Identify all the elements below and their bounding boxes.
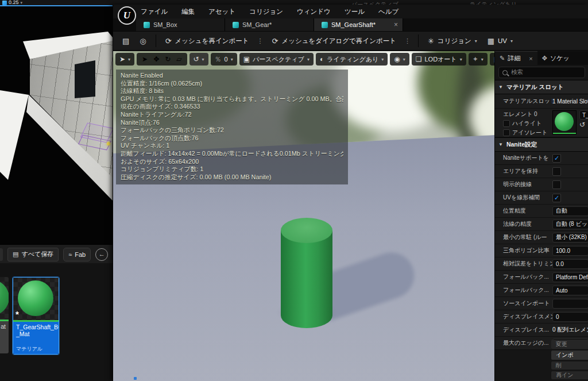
dropdown[interactable]: 自動 (8 ビット) [552,220,588,229]
menu-window[interactable]: ウィンドウ [297,7,331,16]
checkbox-checked[interactable]: ✓ [552,154,561,163]
camera-icon: ▣ [243,56,250,63]
rotate-tool-icon[interactable]: ↻ [165,55,171,63]
checkbox [503,120,510,127]
effects-icon: ✦ [473,56,478,63]
highlight-checkbox[interactable]: ハイライト [503,120,552,128]
apply-changes-button[interactable]: 変更 [551,340,588,349]
reimport-dialog-options-icon[interactable]: ⋮ [403,37,412,45]
select-tool-icon[interactable]: ➤ [142,55,148,63]
dropdown[interactable]: 最小 (32KB) [552,233,588,243]
dropdown[interactable]: Auto [552,286,588,295]
section-material-slots[interactable]: ▼ マテリアル スロット [495,80,588,94]
use-selected-asset-icon[interactable]: ↺ [579,121,588,128]
material-sphere-preview [18,280,53,316]
lod-button[interactable]: ❏ LODオート ▾ [412,53,466,66]
collision-menu-button[interactable]: ✳ コリジョン ▾ [424,34,481,48]
tab-details[interactable]: ✎ 詳細 × [495,51,537,65]
unsaved-marker: * [16,309,19,319]
save-icon: ▤ [122,37,129,45]
transform-menu-button[interactable]: ➤ ▾ [115,53,134,66]
section-nanite-settings[interactable]: ▼ Nanite設定 [495,137,588,152]
socket-icon: ✥ [542,55,547,62]
move-tool-icon[interactable]: ✥ [153,55,159,63]
import-button[interactable]: インポ [551,351,588,360]
dropdown[interactable]: Platform Defau [552,272,588,282]
gear-shaft-cylinder[interactable] [281,230,332,328]
menu-collision[interactable]: コリジョン [249,7,283,16]
close-icon[interactable]: × [529,55,532,62]
chevron-down-icon: ▾ [403,57,405,62]
back-button[interactable]: ← [95,248,108,261]
number-field[interactable]: 0.0 [552,259,588,269]
chevron-down-icon: ▾ [381,57,384,62]
row-material-element: エレメント 0 ハイライト アイソレート [495,109,588,137]
reimport-button[interactable]: 再イン [551,371,588,379]
fab-logo-icon: ≈ [68,251,72,258]
snap-size-control[interactable]: 0.25 ▾ [2,0,22,5]
menu-file[interactable]: ファイル [141,7,168,16]
static-mesh-icon [322,22,328,28]
asset-tile-selected[interactable]: * T_GearShaft_BC _Mat マテリアル [13,277,59,355]
screen: 0.25 ▾ パースペクティブ ライティングあり ▤ すべて保存 ≈ Fab ← [0,0,588,381]
checkbox[interactable] [552,180,561,189]
asset-thumbnail: * [13,278,59,320]
show-flags-button[interactable]: ◉ ▾ [390,53,409,66]
browse-to-asset-button[interactable]: ◎ [136,34,149,48]
separator [156,34,156,47]
level-viewport[interactable] [0,6,113,244]
delete-button[interactable]: 削 [551,361,588,370]
save-button[interactable]: ▤ [119,34,133,48]
tab-sm-box[interactable]: SM_Box [136,18,225,31]
close-icon[interactable]: × [394,21,398,28]
mesh-viewport[interactable]: ➤ ▾ ➤ ✥ ↻ ▱ ↺ ▾ ％ 0 [113,51,494,381]
fab-button[interactable]: ≈ Fab [63,248,91,261]
save-icon: ▤ [13,251,18,258]
tab-sm-gear[interactable]: SM_Gear* [225,18,314,31]
chevron-down-icon: ▾ [510,39,513,44]
number-field[interactable]: 0 [552,312,588,322]
tab-sm-gearshaft[interactable]: SM_GearShaft* × [314,18,403,31]
row-lerp-uvs: UVを線形補間 ✓ [495,191,588,205]
row-normal-precision: 法線の精度 自動 (8 ビット) [495,218,588,231]
material-thumbnail[interactable] [552,110,577,134]
material-asset-field[interactable]: T_G [579,110,588,120]
menu-edit[interactable]: 編集 [181,7,195,16]
text-field[interactable] [552,299,588,309]
menu-help[interactable]: ヘルプ [378,7,399,16]
effects-button[interactable]: ✦ ▾ [469,53,488,66]
search-input[interactable]: 検索 [498,67,585,78]
static-mesh-icon [233,22,239,28]
tab-socket-manager[interactable]: ✥ ソケッ [537,51,574,65]
asset-name-line1: T_GearShaft_BC [16,324,56,330]
screenshot-button[interactable]: ▤ ▾ [490,53,494,66]
chevron-expanded-icon: ▼ [498,84,503,90]
scale-snap-button[interactable]: ％ 0 ▾ [211,53,237,66]
view-mode-button[interactable]: ◐ ライティングあり ▾ [316,53,388,66]
camera-mode-button[interactable]: ▣ パースペクティブ ▾ [239,53,314,66]
row-nanite-support: Naniteサポートを ✓ [495,152,588,165]
scale-tool-icon[interactable]: ▱ [176,55,181,63]
uv-menu-button[interactable]: ▦ UV ▾ [484,34,516,48]
save-all-button[interactable]: ▤ すべて保存 [7,248,59,261]
reimport-options-icon[interactable]: ⋮ [256,37,265,45]
rotation-snap-icon: ↺ [194,56,199,63]
reimport-mesh-button[interactable]: ⟳ メッシュを再インポート [162,34,253,48]
menu-asset[interactable]: アセット [208,7,235,16]
checkbox-checked[interactable]: ✓ [552,194,561,202]
dropdown[interactable]: 自動 [552,206,588,216]
asset-tile-partial[interactable]: at [0,277,9,353]
reimport-mesh-dialog-button[interactable]: ⟳ メッシュをダイアログで再インポート [268,34,399,48]
rotation-snap-button[interactable]: ↺ ▾ [189,53,208,66]
menu-tools[interactable]: ツール [345,7,365,16]
row-fallback-mode: フォールバック... Auto [495,284,588,297]
number-field[interactable]: 100.0 [552,246,588,256]
material-sphere-preview [555,112,574,131]
clipped-button-fragment[interactable] [0,248,3,261]
isolate-checkbox[interactable]: アイソレート [503,129,552,137]
cursor-icon: ➤ [119,56,125,63]
checkbox[interactable] [552,167,561,176]
asset-type-label: マテリアル [16,345,56,352]
row-preserve-area: エリアを保持 [495,165,588,178]
chevron-down-icon: ▾ [481,57,483,62]
